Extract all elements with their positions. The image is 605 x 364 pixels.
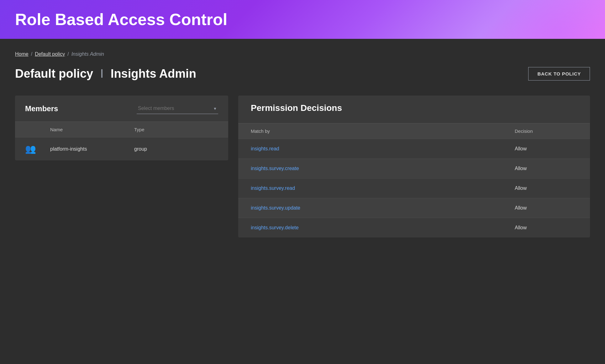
permissions-panel-header: Permission Decisions (238, 96, 590, 121)
breadcrumb: Home / Default policy / Insights Admin (15, 51, 590, 57)
members-col-type: Type (134, 127, 218, 132)
permission-decision: Allow (515, 225, 577, 231)
title-separator: I (100, 67, 104, 80)
table-row: insights.survey.update Allow (238, 198, 590, 218)
permission-decision: Allow (515, 166, 577, 171)
permission-match: insights.survey.delete (251, 225, 515, 231)
member-type: group (134, 146, 218, 152)
permissions-col-decision: Decision (515, 128, 577, 134)
permissions-col-match: Match by (251, 128, 515, 134)
breadcrumb-home[interactable]: Home (15, 51, 29, 57)
page-title: Default policy I Insights Admin (15, 67, 196, 81)
app-title: Role Based Access Control (15, 10, 227, 29)
policy-name-label: Default policy (15, 67, 93, 80)
permissions-panel: Permission Decisions Match by Decision i… (238, 96, 590, 237)
breadcrumb-policy[interactable]: Default policy (35, 51, 65, 57)
members-table-header: Name Type (15, 122, 228, 137)
page-header-row: Default policy I Insights Admin BACK TO … (15, 67, 590, 81)
permission-decision: Allow (515, 146, 577, 152)
header: Role Based Access Control (0, 0, 605, 39)
permissions-title: Permission Decisions (251, 103, 342, 113)
table-row: insights.survey.create Allow (238, 159, 590, 178)
permission-match: insights.survey.create (251, 166, 515, 171)
permission-decision: Allow (515, 185, 577, 191)
permissions-table-header: Match by Decision (238, 123, 590, 139)
select-members-container: ▼ (137, 103, 218, 114)
member-name: platform-insights (50, 146, 134, 152)
members-panel: Members ▼ Name Type 👥 platform-insights … (15, 96, 228, 160)
main-content: Home / Default policy / Insights Admin D… (0, 39, 605, 250)
table-row: insights.survey.read Allow (238, 178, 590, 198)
table-row: 👥 platform-insights group (15, 137, 228, 160)
breadcrumb-sep1: / (31, 51, 32, 57)
table-row: insights.read Allow (238, 139, 590, 159)
breadcrumb-sep2: / (67, 51, 69, 57)
members-col-name: Name (50, 127, 134, 132)
permission-decision: Allow (515, 205, 577, 211)
permission-match: insights.survey.update (251, 205, 515, 211)
role-name-label: Insights Admin (111, 67, 196, 80)
back-to-policy-button[interactable]: BACK TO POLICY (528, 67, 590, 81)
members-icon-col (25, 127, 50, 132)
group-icon: 👥 (25, 144, 50, 154)
select-members-input[interactable] (137, 103, 218, 114)
permissions-rows: insights.read Allow insights.survey.crea… (238, 139, 590, 237)
permission-match: insights.read (251, 146, 515, 152)
table-row: insights.survey.delete Allow (238, 218, 590, 237)
permission-match: insights.survey.read (251, 185, 515, 191)
members-panel-header: Members ▼ (15, 96, 228, 122)
members-title: Members (25, 104, 58, 113)
panels-row: Members ▼ Name Type 👥 platform-insights … (15, 96, 590, 237)
breadcrumb-current: Insights Admin (71, 51, 104, 57)
